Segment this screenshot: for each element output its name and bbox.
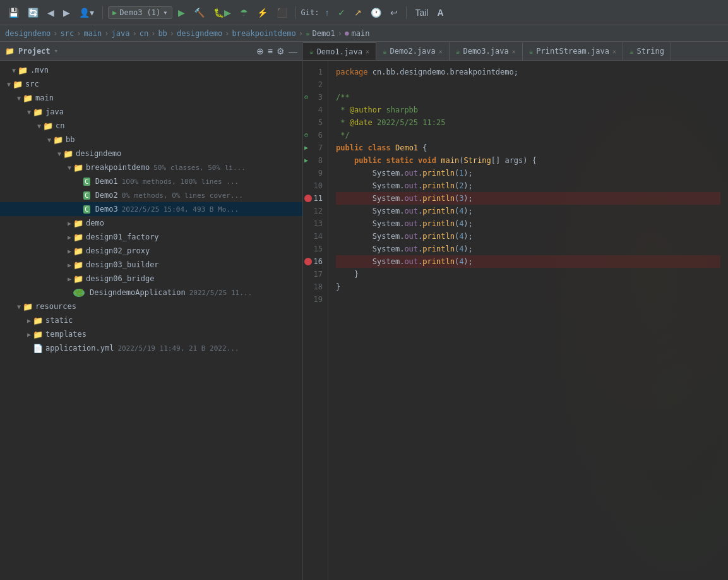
sidebar-header-actions: ⊕ ≡ ⚙ — [256,46,297,56]
folder-icon: 📁 [73,163,83,172]
forward-button[interactable]: ▶ [60,6,73,19]
sidebar-close-button[interactable]: — [289,46,297,56]
tab-Demo3[interactable]: ☕ Demo3.java ✕ [450,42,523,60]
sidebar-new-button[interactable]: ⊕ [256,46,264,56]
breadcrumb-designdemo2[interactable]: designdemo [177,29,222,38]
java-tab-icon: ☕ [630,47,634,56]
tree-item-DesigndemoApplication[interactable]: ▶ 🌿 DesigndemoApplication 2022/5/25 11..… [0,286,302,299]
back-button[interactable]: ◀ [44,6,57,19]
tree-label: demo [86,219,104,227]
coverage-button[interactable]: ☂ [237,6,251,19]
folder-icon: 📁 [13,80,23,89]
tree-item-designdemo[interactable]: ▼ 📁 designdemo [0,147,302,160]
line-num-19: 19 [303,293,323,306]
sidebar-collapse-button[interactable]: ≡ [268,46,273,56]
tab-PrintStream[interactable]: ☕ PrintStream.java ✕ [523,42,623,60]
build-button[interactable]: 🔨 [191,6,208,19]
code-line-17: } [336,268,720,281]
line-numbers: 1 2 ⊖3 4 5 ⊖6 ▶7 ▶8 9 10 [303,61,328,580]
tree-item-static[interactable]: ▶ 📁 static [0,313,302,327]
code-content[interactable]: package cn.bb.designdemo.breakpointdemo;… [328,61,728,580]
sidebar-settings-button[interactable]: ⚙ [277,46,285,56]
code-line-19 [336,293,720,306]
tree-item-src[interactable]: ▼ 📁 src [0,77,302,91]
breadcrumb-cn[interactable]: cn [140,29,148,38]
breadcrumb-demo1[interactable]: ☕ Demo1 [306,29,335,38]
tree-label: design02_proxy [86,246,150,255]
save-button[interactable]: 💾 [5,6,22,19]
tab-close-PrintStream[interactable]: ✕ [612,48,616,55]
line-num-10: 10 [303,179,323,192]
line-num-5: 5 [303,116,323,129]
translate-button[interactable]: A [434,6,446,19]
tab-Demo1[interactable]: ☕ Demo1.java ✕ [303,42,376,60]
breadcrumb-breakpointdemo[interactable]: breakpointdemo [232,29,296,38]
line-num-11: 11 [303,192,323,205]
tab-label: String [637,47,664,56]
code-line-4: * @author sharpbb [336,104,720,116]
tail-button[interactable]: Tail [412,6,431,19]
main-toolbar: 💾 🔄 ◀ ▶ 👤▾ ▶ Demo3 (1) ▾ ▶ 🔨 🐛▶ ☂ ⚡ ⬛ Gi… [0,0,728,25]
tree-item-design02[interactable]: ▶ 📁 design02_proxy [0,244,302,258]
line-num-18: 18 [303,281,323,293]
breadcrumb-main[interactable]: main [83,29,102,38]
tree-item-main[interactable]: ▼ 📁 main [0,91,302,105]
java-tab-icon: ☕ [529,47,534,56]
tree-label: breakpointdemo [86,163,150,172]
tree-item-Demo3[interactable]: ▶ C Demo3 2022/5/25 15:04, 493 B Mo... [0,202,302,216]
tree-label: Demo1 [95,177,118,186]
stop-button[interactable]: ⬛ [273,6,290,19]
tree-item-demo[interactable]: ▶ 📁 demo [0,216,302,230]
breakpoint-dot-16 [304,258,312,265]
debug-run-button[interactable]: 🐛▶ [210,6,234,19]
tree-item-design06[interactable]: ▶ 📁 design06_bridge [0,272,302,286]
git-revert-button[interactable]: ↩ [387,6,401,19]
git-label: Git: [301,8,319,17]
git-fetch-button[interactable]: ↗ [351,6,365,19]
tree-item-design01[interactable]: ▶ 📁 design01_factory [0,230,302,244]
tree-item-mvn[interactable]: ▼ 📁 .mvn [0,63,302,77]
code-line-1: package cn.bb.designdemo.breakpointdemo; [336,66,720,78]
git-push-button[interactable]: ↑ [321,6,332,19]
tree-item-bb[interactable]: ▼ 📁 bb [0,133,302,147]
editor-area: ☕ Demo1.java ✕ ☕ Demo2.java ✕ ☕ Demo3.ja… [303,42,728,580]
code-line-8: public static void main(String[] args) { [336,154,720,167]
run-config-arrow: ▾ [163,8,167,17]
expand-arrow: ▼ [15,95,23,102]
breadcrumb-src[interactable]: src [60,29,74,38]
tab-close-Demo1[interactable]: ✕ [366,48,369,55]
refresh-button[interactable]: 🔄 [25,6,42,19]
git-history-button[interactable]: 🕐 [367,6,385,19]
breadcrumb-java[interactable]: java [112,29,130,38]
git-check-button[interactable]: ✓ [335,6,349,19]
spring-icon: 🌿 [73,289,85,297]
breadcrumb-main-method[interactable]: ● main [345,29,370,38]
code-line-7: public class Demo1 { [336,142,720,154]
tree-item-java[interactable]: ▼ 📁 java [0,105,302,119]
tree-item-Demo2[interactable]: ▶ C Demo2 0% methods, 0% lines cover... [0,188,302,202]
profile2-button[interactable]: ⚡ [254,6,271,19]
line-num-6: ⊖6 [303,129,323,142]
profile-button[interactable]: 👤▾ [76,6,97,19]
line-num-16: 16 [303,255,323,268]
tree-item-breakpointdemo[interactable]: ▼ 📁 breakpointdemo 50% classes, 50% li..… [0,160,302,174]
run-config-selector[interactable]: ▶ Demo3 (1) ▾ [108,6,172,19]
expand-arrow: ▶ [66,220,73,227]
tree-item-Demo1[interactable]: ▶ C Demo1 100% methods, 100% lines ... [0,174,302,188]
run-button[interactable]: ▶ [175,6,188,19]
breadcrumb-designdemo[interactable]: designdemo [5,29,51,38]
breadcrumb-bb[interactable]: bb [158,29,167,38]
tree-label: bb [66,135,75,144]
tab-String[interactable]: ☕ String [623,42,671,60]
tree-item-design03[interactable]: ▶ 📁 design03_builder [0,258,302,272]
tab-Demo2[interactable]: ☕ Demo2.java ✕ [376,42,450,60]
tab-close-Demo2[interactable]: ✕ [439,48,443,55]
tree-item-templates[interactable]: ▶ 📁 templates [0,327,302,341]
tree-item-application-yml[interactable]: ▶ 📄 application.yml 2022/5/19 11:49, 21 … [0,341,302,355]
tree-item-resources[interactable]: ▼ 📁 resources [0,299,302,313]
tree-item-cn[interactable]: ▼ 📁 cn [0,119,302,133]
expand-arrow: ▶ [66,234,73,241]
sidebar-dropdown-arrow[interactable]: ▾ [54,47,59,55]
run-config-icon: ▶ [112,8,117,17]
tab-close-Demo3[interactable]: ✕ [512,48,516,55]
